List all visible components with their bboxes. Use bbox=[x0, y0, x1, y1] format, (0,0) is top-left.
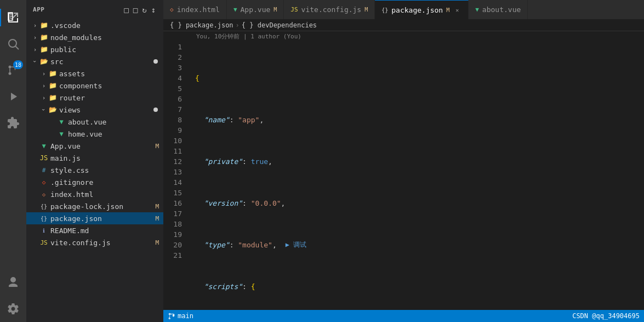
git-branch-icon bbox=[168, 312, 175, 320]
token: : bbox=[242, 156, 251, 167]
folder-icon: 📁 bbox=[48, 69, 57, 78]
tree-item-home-vue[interactable]: ▼ home.vue bbox=[26, 128, 163, 140]
tree-item-about-vue[interactable]: ▼ about.vue bbox=[26, 116, 163, 128]
activity-icon-extensions[interactable] bbox=[0, 110, 26, 136]
folder-icon: 📁 bbox=[39, 21, 48, 30]
sidebar-header: APP □ □ ↻ ↕ bbox=[26, 0, 163, 19]
tab-package-json[interactable]: {} package.json M ✕ bbox=[375, 0, 469, 19]
status-bar: main CSDN @qq_34904695 bbox=[163, 310, 644, 322]
tree-item-components[interactable]: › 📁 components bbox=[26, 80, 163, 92]
status-csdn: CSDN @qq_34904695 bbox=[572, 312, 640, 320]
activity-icon-accounts[interactable] bbox=[0, 269, 26, 296]
activity-icon-settings[interactable] bbox=[0, 296, 26, 322]
token: , bbox=[268, 156, 272, 167]
tree-item-public[interactable]: › 📁 public bbox=[26, 43, 163, 55]
svg-point-1 bbox=[9, 39, 16, 47]
new-file-button[interactable]: □ bbox=[123, 4, 129, 15]
token: "version" bbox=[204, 198, 242, 208]
file-author-info: You, 10分钟前 | 1 author (You) bbox=[196, 33, 301, 40]
git-branch[interactable]: main bbox=[168, 312, 193, 320]
token: : bbox=[242, 198, 251, 208]
token bbox=[195, 156, 204, 167]
token: "app" bbox=[238, 115, 259, 125]
html-file-icon: ◇ bbox=[39, 190, 48, 199]
file-tree: › 📁 .vscode › 📁 node_modules › 📁 public … bbox=[26, 19, 163, 322]
tree-item-vite-config[interactable]: JS vite.config.js M bbox=[26, 236, 163, 248]
breadcrumb-part2[interactable]: { } devDependencies bbox=[242, 21, 317, 29]
tree-item-node-modules[interactable]: › 📁 node_modules bbox=[26, 31, 163, 43]
main-editor-area: ◇ index.html ▼ App.vue M JS vite.config.… bbox=[163, 0, 644, 322]
line-num-15: 15 bbox=[163, 188, 182, 198]
vue-file-icon: ▼ bbox=[57, 129, 66, 138]
tree-item-views[interactable]: › 📂 views bbox=[26, 104, 163, 116]
new-folder-button[interactable]: □ bbox=[132, 4, 139, 15]
code-line-3: "private": true, bbox=[195, 156, 644, 167]
file-name: views bbox=[59, 106, 153, 114]
vue-tab-icon: ▼ bbox=[233, 6, 237, 13]
breadcrumb-part1[interactable]: { } package.json bbox=[170, 21, 233, 29]
tree-item-style-css[interactable]: # style.css bbox=[26, 164, 163, 176]
folder-icon: 📁 bbox=[39, 33, 48, 42]
line-num-19: 19 bbox=[163, 229, 182, 240]
file-name: node_modules bbox=[50, 33, 163, 42]
tab-vite-config[interactable]: JS vite.config.js M bbox=[284, 0, 375, 19]
tree-item-readme-md[interactable]: ℹ README.md bbox=[26, 224, 163, 236]
line-num-17: 17 bbox=[163, 208, 182, 219]
line-num-13: 13 bbox=[163, 167, 182, 177]
tree-item-app-vue[interactable]: ▼ App.vue M bbox=[26, 140, 163, 152]
modified-badge: M bbox=[155, 203, 159, 210]
tree-item-package-lock-json[interactable]: {} package-lock.json M bbox=[26, 200, 163, 212]
activity-icon-search[interactable] bbox=[0, 31, 26, 57]
collapse-arrow: › bbox=[31, 57, 39, 66]
tree-item-assets[interactable]: › 📁 assets bbox=[26, 67, 163, 80]
code-line-4: "version": "0.0.0", bbox=[195, 198, 644, 208]
file-name: README.md bbox=[50, 227, 163, 235]
svg-line-2 bbox=[16, 47, 19, 50]
tab-index-html[interactable]: ◇ index.html bbox=[163, 0, 227, 19]
tree-item-gitignore[interactable]: ◇ .gitignore bbox=[26, 176, 163, 188]
tab-label: vite.config.js bbox=[301, 5, 362, 14]
file-name: .gitignore bbox=[50, 178, 163, 187]
line-num-2: 2 bbox=[163, 52, 182, 63]
debug-hint: ▶ 调试 bbox=[286, 240, 306, 250]
code-line-1: { bbox=[195, 73, 644, 83]
svg-point-4 bbox=[9, 72, 12, 75]
activity-icon-source-control[interactable]: 18 bbox=[0, 57, 26, 83]
folder-icon: 📂 bbox=[39, 57, 48, 66]
vue-file-icon: ▼ bbox=[39, 142, 48, 150]
modified-dot bbox=[153, 59, 158, 64]
token: "name" bbox=[204, 115, 230, 125]
collapse-arrow: › bbox=[31, 33, 39, 42]
code-area[interactable]: { "name": "app", "private": true, "versi… bbox=[191, 42, 644, 310]
tree-item-router[interactable]: › 📁 router bbox=[26, 92, 163, 104]
code-editor[interactable]: 1 2 3 4 5 6 7 8 9 10 11 12 13 14 15 16 1… bbox=[163, 42, 644, 310]
tree-item-src[interactable]: › 📂 src bbox=[26, 55, 163, 67]
activity-icon-run[interactable] bbox=[0, 83, 26, 110]
tab-label: App.vue bbox=[241, 5, 271, 14]
line-num-1: 1 bbox=[163, 42, 182, 52]
tree-item-main-js[interactable]: JS main.js bbox=[26, 152, 163, 164]
collapse-arrow: › bbox=[39, 69, 48, 78]
refresh-button[interactable]: ↻ bbox=[141, 4, 147, 15]
tab-label: about.vue bbox=[482, 5, 521, 14]
collapse-arrow: › bbox=[39, 93, 48, 102]
tab-modified: M bbox=[364, 7, 368, 13]
line-numbers: 1 2 3 4 5 6 7 8 9 10 11 12 13 14 15 16 1… bbox=[163, 42, 191, 310]
tree-item-package-json[interactable]: {} package.json M bbox=[26, 212, 163, 224]
status-bar-right: CSDN @qq_34904695 bbox=[572, 312, 640, 320]
tab-close-button[interactable]: ✕ bbox=[453, 5, 461, 14]
activity-icon-explorer[interactable] bbox=[0, 4, 26, 31]
line-num-8: 8 bbox=[163, 115, 182, 125]
file-name: src bbox=[50, 58, 153, 66]
tree-item-vscode[interactable]: › 📁 .vscode bbox=[26, 19, 163, 31]
tab-app-vue[interactable]: ▼ App.vue M bbox=[227, 0, 284, 19]
folder-icon: 📂 bbox=[48, 105, 57, 114]
token bbox=[195, 115, 204, 125]
collapse-button[interactable]: ↕ bbox=[150, 4, 157, 15]
tree-item-index-html[interactable]: ◇ index.html bbox=[26, 188, 163, 200]
folder-icon: 📁 bbox=[48, 81, 57, 90]
file-name: vite.config.js bbox=[50, 239, 155, 247]
json-file-icon: {} bbox=[39, 202, 48, 211]
tab-about-vue[interactable]: ▼ about.vue bbox=[469, 0, 528, 19]
sidebar: APP □ □ ↻ ↕ › 📁 .vscode › 📁 node_modules… bbox=[26, 0, 163, 322]
